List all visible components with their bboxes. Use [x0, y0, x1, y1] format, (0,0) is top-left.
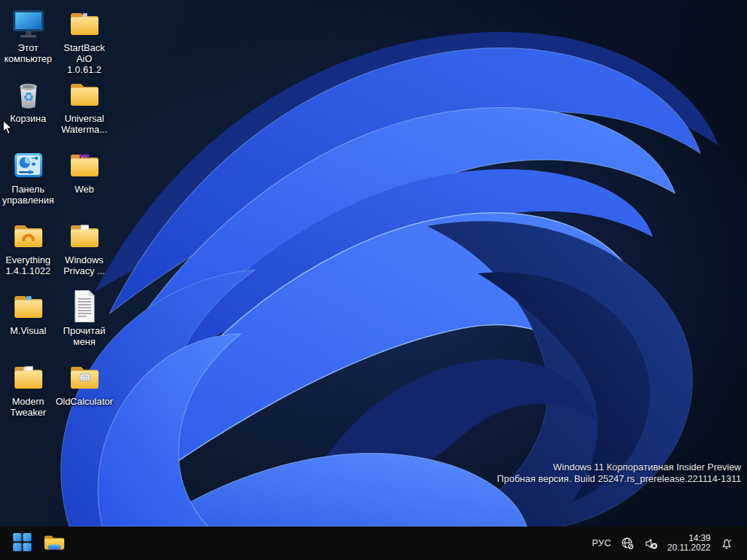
folder-icon	[67, 77, 102, 112]
desktop-icon-label: Этот компьютер	[4, 42, 53, 64]
desktop-icon-label: Windows Privacy ...	[63, 254, 105, 276]
desktop-icon-label: Universal Waterma...	[61, 113, 107, 135]
start-button[interactable]	[7, 529, 36, 558]
desktop-icon-label: Прочитай меня	[63, 325, 106, 347]
folder-orange-arc-icon	[11, 218, 46, 253]
volume-muted-icon[interactable]	[644, 537, 658, 551]
desktop-icon-label: OldCalculator	[55, 396, 113, 407]
svg-text:♻: ♻	[23, 90, 34, 104]
folder-calculator-icon	[67, 359, 102, 394]
desktop-icon-grid: Этот компьютер StartBack AiO 1.0.61.2 ♻	[0, 6, 112, 430]
clock-date: 20.11.2022	[667, 543, 711, 553]
desktop-icon-recycle-bin[interactable]: ♻ Корзина	[1, 77, 56, 147]
folder-icon	[11, 289, 46, 324]
desktop-icon-startback-aio[interactable]: StartBack AiO 1.0.61.2	[57, 6, 112, 77]
windows-logo-icon	[12, 532, 32, 554]
this-pc-icon	[11, 6, 46, 41]
taskbar: РУС 14:39 20.11.2022	[0, 526, 747, 560]
desktop-icon-control-panel[interactable]: Панель управления	[1, 147, 56, 218]
desktop-icon-m-visual[interactable]: M.Visual	[1, 289, 56, 359]
desktop-icon-label: M.Visual	[10, 325, 47, 336]
system-tray: РУС 14:39 20.11.2022	[592, 534, 747, 553]
recycle-bin-icon: ♻	[11, 77, 46, 112]
desktop: Этот компьютер StartBack AiO 1.0.61.2 ♻	[0, 0, 747, 526]
file-explorer-icon	[43, 531, 66, 556]
text-file-icon	[67, 289, 102, 324]
taskbar-left-group	[0, 529, 69, 558]
folder-documents-icon	[67, 218, 102, 253]
watermark-line1: Windows 11 Корпоративная Insider Preview	[497, 462, 741, 473]
desktop-icon-label: Modern Tweaker	[10, 396, 46, 418]
desktop-icon-everything[interactable]: Everything 1.4.1.1022	[1, 218, 56, 289]
desktop-icon-modern-tweaker[interactable]: Modern Tweaker	[1, 359, 56, 430]
desktop-icon-label: Корзина	[10, 113, 47, 124]
clock[interactable]: 14:39 20.11.2022	[667, 534, 711, 553]
desktop-icon-label: Панель управления	[2, 184, 54, 206]
desktop-icon-this-pc[interactable]: Этот компьютер	[1, 6, 56, 77]
desktop-icon-windows-privacy[interactable]: Windows Privacy ...	[57, 218, 112, 289]
desktop-icon-label: StartBack AiO 1.0.61.2	[57, 42, 112, 75]
build-watermark: Windows 11 Корпоративная Insider Preview…	[497, 462, 741, 485]
control-panel-icon	[11, 147, 46, 182]
svg-text:z: z	[729, 537, 732, 542]
folder-icon	[67, 6, 102, 41]
desktop-icon-label: Web	[74, 184, 94, 195]
desktop-icon-web[interactable]: Web	[57, 147, 112, 218]
desktop-icon-universal-watermark[interactable]: Universal Waterma...	[57, 77, 112, 147]
desktop-icon-label: Everything 1.4.1.1022	[6, 254, 50, 276]
folder-documents-icon	[11, 359, 46, 394]
folder-image-icon	[67, 147, 102, 182]
watermark-line2: Пробная версия. Build 25247.rs_prereleas…	[497, 473, 741, 485]
file-explorer-button[interactable]	[39, 529, 69, 558]
language-indicator[interactable]: РУС	[592, 538, 611, 548]
notification-bell-dnd-icon[interactable]: z	[720, 537, 734, 551]
desktop-icon-oldcalculator[interactable]: OldCalculator	[57, 359, 112, 430]
desktop-icon-readme[interactable]: Прочитай меня	[57, 289, 112, 359]
network-no-internet-icon[interactable]	[621, 537, 635, 551]
